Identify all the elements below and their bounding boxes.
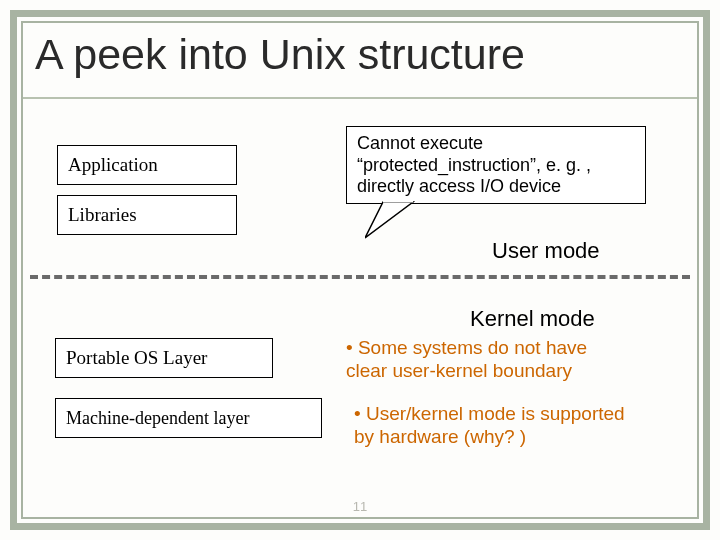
slide-title: A peek into Unix structure [35, 30, 685, 79]
label-kernel-mode: Kernel mode [470, 306, 595, 332]
page-number: 11 [0, 499, 720, 514]
label-user-mode: User mode [492, 238, 600, 264]
box-portable-os-layer: Portable OS Layer [55, 338, 273, 378]
box-portable-label: Portable OS Layer [66, 347, 207, 369]
box-machine-dependent-layer: Machine-dependent layer [55, 398, 322, 438]
box-libraries-label: Libraries [68, 204, 137, 226]
callout-text: Cannot execute “protected_instruction”, … [357, 133, 591, 196]
box-application: Application [57, 145, 237, 185]
box-libraries: Libraries [57, 195, 237, 235]
callout-box: Cannot execute “protected_instruction”, … [346, 126, 646, 204]
box-application-label: Application [68, 154, 158, 176]
bullet-2: • User/kernel mode is supported by hardw… [354, 402, 634, 448]
bullet-1: • Some systems do not have clear user-ke… [346, 336, 626, 382]
box-machdep-label: Machine-dependent layer [66, 408, 249, 429]
title-underline [23, 97, 697, 99]
svg-marker-0 [365, 202, 413, 238]
mode-divider-dashed-line [30, 275, 690, 279]
slide: A peek into Unix structure Application L… [0, 0, 720, 540]
